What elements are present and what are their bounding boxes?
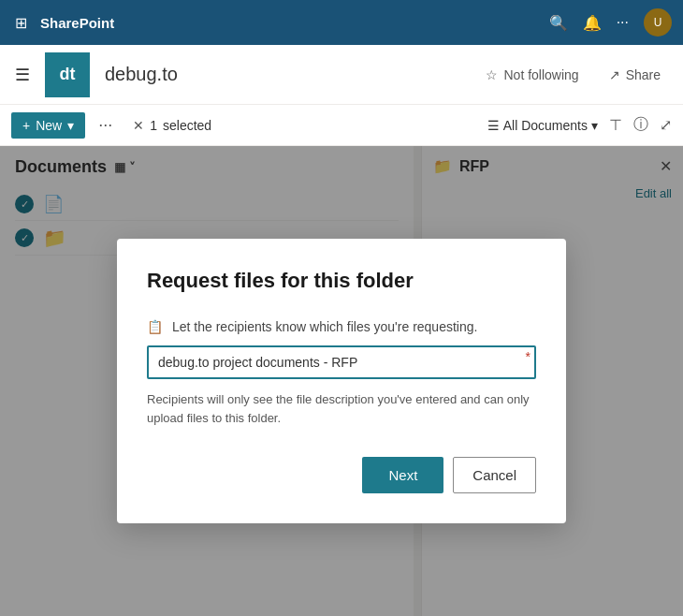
site-name: debug.to: [105, 64, 178, 85]
share-button[interactable]: ↗ Share: [602, 64, 668, 86]
avatar[interactable]: U: [644, 8, 672, 37]
new-button[interactable]: + New ▾: [11, 112, 85, 139]
filter-icon[interactable]: ⊤: [609, 116, 622, 134]
selection-info: ✕ 1 selected: [133, 118, 211, 133]
cancel-button[interactable]: Cancel: [453, 457, 536, 493]
chevron-down-icon: ▾: [591, 118, 598, 133]
share-icon: ↗: [609, 67, 620, 82]
selected-count: 1: [150, 118, 157, 133]
search-icon[interactable]: 🔍: [549, 14, 568, 32]
modal-overlay: Request files for this folder 📋 Let the …: [0, 146, 683, 616]
description-text: Let the recipients know which files you'…: [172, 319, 477, 334]
request-files-modal: Request files for this folder 📋 Let the …: [117, 239, 566, 523]
modal-description: 📋 Let the recipients know which files yo…: [147, 319, 536, 334]
plus-icon: +: [22, 118, 30, 133]
waffle-icon[interactable]: ⊞: [11, 10, 31, 36]
site-header: ☰ dt debug.to ☆ Not following ↗ Share: [0, 45, 683, 105]
follow-label: Not following: [503, 67, 578, 82]
required-indicator: *: [526, 349, 530, 364]
star-icon: ☆: [486, 67, 498, 82]
app-title: SharePoint: [40, 15, 540, 31]
site-logo: dt: [45, 52, 90, 97]
file-description-field-wrapper: *: [147, 345, 536, 379]
file-description-input[interactable]: [147, 345, 536, 379]
modal-hint-text: Recipients will only see the file descri…: [147, 390, 536, 427]
next-button[interactable]: Next: [362, 457, 443, 493]
hamburger-icon[interactable]: ☰: [15, 65, 30, 85]
toolbar-right: ☰ All Documents ▾ ⊤ ⓘ ⤢: [487, 115, 672, 135]
follow-button[interactable]: ☆ Not following: [478, 64, 586, 86]
list-icon: ☰: [487, 118, 500, 133]
more-options-button[interactable]: ···: [93, 111, 118, 139]
all-documents-button[interactable]: ☰ All Documents ▾: [487, 118, 598, 133]
more-icon[interactable]: ···: [617, 14, 629, 31]
modal-title: Request files for this folder: [147, 269, 536, 293]
chevron-down-icon: ▾: [67, 118, 74, 133]
expand-icon[interactable]: ⤢: [660, 116, 672, 134]
main-content: Documents ▦ ˅ ✓ 📄 ✓ 📁 📁 RFP ✕ Edit all: [0, 146, 683, 616]
nav-icons-group: 🔍 🔔 ··· U: [549, 8, 672, 37]
new-label: New: [36, 118, 62, 133]
site-actions: ☆ Not following ↗ Share: [478, 64, 668, 86]
all-docs-label: All Documents: [503, 118, 588, 133]
toolbar: + New ▾ ··· ✕ 1 selected ☰ All Documents…: [0, 105, 683, 146]
info-icon[interactable]: ⓘ: [633, 115, 648, 135]
top-navigation: ⊞ SharePoint 🔍 🔔 ··· U: [0, 0, 683, 45]
close-selection-icon[interactable]: ✕: [133, 118, 144, 133]
selected-label: selected: [163, 118, 211, 133]
description-icon: 📋: [147, 319, 163, 334]
notification-icon[interactable]: 🔔: [583, 14, 602, 32]
share-label: Share: [626, 67, 661, 82]
modal-actions: Next Cancel: [147, 457, 536, 493]
